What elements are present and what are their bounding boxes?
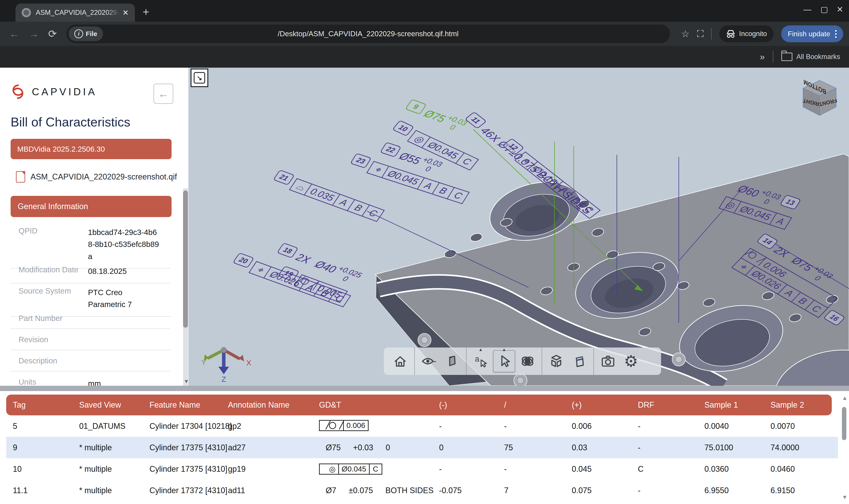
scroll-up-arrow-icon[interactable]: ▲ (842, 395, 848, 401)
fullscreen-button[interactable]: ↘ (191, 69, 208, 87)
tab-title: ASM_CAPVIDIA_2202029-scree (36, 8, 120, 17)
eye-icon (421, 354, 437, 368)
bookmarks-bar: » All Bookmarks (0, 46, 849, 68)
resize-arrow-icon: ↘ (194, 72, 205, 84)
table-row-selected[interactable]: 9 * multiple Cylinder 17375 [4310] ad27 … (6, 437, 838, 459)
view-cube[interactable]: BOTTOM RIGHT FRONT (799, 78, 841, 120)
general-information-header[interactable]: General Information (11, 196, 171, 217)
incognito-icon (726, 30, 736, 38)
cad-model-scene (188, 68, 849, 386)
orbit-button[interactable] (517, 350, 538, 372)
brand-name: CAPVIDIA (32, 86, 97, 98)
col-header-saved-view[interactable]: Saved View (73, 400, 143, 410)
svg-text:a: a (475, 354, 480, 363)
table-scrollbar-thumb[interactable] (842, 407, 846, 440)
bookmark-star-icon[interactable]: ☆ (681, 29, 690, 39)
finish-update-label: Finish update (788, 30, 830, 38)
select-cursor-button[interactable]: ▲ (493, 350, 515, 372)
capvidia-logo-icon (10, 82, 26, 101)
reload-button-icon[interactable]: ⟳ (48, 28, 57, 40)
version-badge: MBDVidia 2025.2.2506.30 (11, 139, 171, 159)
table-row[interactable]: 11.1 * multiple Cylinder 17372 [4310] ad… (6, 480, 838, 501)
forward-button-icon[interactable]: → (29, 28, 39, 40)
browser-toolbar: ← → ⟳ i File /Desktop/ASM_CAPVIDIA_22020… (0, 22, 849, 46)
col-header-feature-name[interactable]: Feature Name (143, 400, 221, 410)
bookmarks-overflow-chevron[interactable]: » (760, 52, 765, 62)
col-header-minus[interactable]: (-) (432, 400, 498, 410)
viewer-toolbar: ▲ a ▲ (384, 347, 661, 375)
sidebar-collapse-button[interactable]: ← (153, 84, 173, 104)
axis-y-label: Y (201, 358, 206, 366)
side-panel-icon[interactable]: ⛶ (697, 29, 704, 39)
incognito-label: Incognito (739, 30, 767, 38)
sidebar-scrollbar[interactable]: ▼ (183, 188, 188, 386)
section-box-icon (572, 354, 586, 368)
back-button-icon[interactable]: ← (9, 28, 19, 40)
col-header-tag[interactable]: Tag (6, 400, 73, 410)
exploded-box-icon (549, 354, 563, 368)
tab-favicon-globe-icon (22, 8, 31, 17)
gear-icon: ⚙ (624, 353, 638, 369)
field-label: Revision (11, 329, 88, 350)
info-row-modification-date: Modification Date 08.18.2025 (11, 259, 171, 283)
dropdown-caret-icon: ▲ (478, 347, 483, 352)
address-bar[interactable]: i File /Desktop/ASM_CAPVIDIA_2202029-scr… (66, 24, 670, 43)
info-row-revision: Revision (11, 329, 171, 350)
axis-triad: Y X Z (195, 341, 252, 383)
dropdown-caret-icon: ▲ (502, 347, 506, 352)
qif-file-link[interactable]: ASM_CAPVIDIA_2202029-screenshot.qif (16, 171, 177, 183)
col-header-sample2[interactable]: Sample 2 (764, 400, 827, 410)
all-bookmarks-label: All Bookmarks (796, 53, 840, 61)
settings-button[interactable]: ⚙ (620, 350, 642, 372)
sidebar: CAPVIDIA ← Bill of Characteristics MBDVi… (0, 68, 188, 386)
home-icon (393, 354, 407, 368)
section-view-button[interactable] (568, 350, 590, 372)
window-close-button[interactable]: ✕ (837, 5, 843, 14)
col-header-drf[interactable]: DRF (631, 400, 698, 410)
table-vertical-scrollbar[interactable]: ▲ ▼ (841, 395, 848, 501)
scroll-down-arrow-icon[interactable]: ▼ (842, 494, 848, 501)
home-view-button[interactable] (390, 350, 411, 372)
exploded-view-button[interactable] (546, 350, 567, 372)
back-arrow-icon: ← (158, 88, 169, 100)
table-row[interactable]: 5 01_DATUMS Cylinder 17304 [10218] gp2 0… (6, 415, 838, 437)
cylindricity-icon (326, 421, 344, 430)
camera-icon (600, 354, 615, 368)
field-label: Part Number (11, 308, 88, 328)
tab-close-icon[interactable]: ✕ (123, 9, 129, 16)
screenshot-button[interactable] (597, 350, 619, 372)
field-value: 08.18.2025 (88, 259, 171, 283)
file-scheme-chip[interactable]: i File (69, 26, 103, 41)
document-icon (16, 171, 25, 183)
browser-menu-kebab-icon[interactable] (835, 30, 837, 38)
render-mode-button[interactable] (441, 350, 463, 372)
characteristics-table: Tag Saved View Feature Name Annotation N… (0, 386, 849, 504)
finish-update-button[interactable]: Finish update (781, 25, 843, 42)
info-icon: i (74, 30, 83, 38)
3d-viewport[interactable]: ↘ 9 Ø75 +0.030 10 ◎Ø0.045C 22 Ø55 +0.030… (188, 68, 849, 386)
sidebar-scrollbar-thumb[interactable] (183, 191, 188, 328)
visibility-button[interactable] (418, 350, 439, 372)
select-annotation-button[interactable]: ▲ a (470, 350, 491, 372)
col-header-gdt[interactable]: GD&T (312, 400, 432, 410)
new-tab-button[interactable]: + (143, 6, 149, 18)
table-horizontal-scrollbar[interactable] (0, 386, 849, 391)
col-header-slash[interactable]: / (498, 400, 565, 410)
qif-file-name: ASM_CAPVIDIA_2202029-screenshot.qif (31, 172, 177, 181)
bookmarks-divider (773, 51, 773, 62)
field-label: Modification Date (11, 259, 88, 283)
window-minimize-button[interactable]: — (803, 5, 811, 14)
browser-tab[interactable]: ASM_CAPVIDIA_2202029-scree ✕ (16, 3, 135, 22)
select-cursor-icon (497, 354, 511, 368)
incognito-badge: Incognito (719, 25, 774, 42)
field-value (88, 350, 171, 371)
table-row[interactable]: 10 * multiple Cylinder 17375 [4310] gp19… (6, 458, 838, 480)
table-header-row: Tag Saved View Feature Name Annotation N… (6, 395, 832, 415)
window-maximize-button[interactable]: ▢ (820, 5, 828, 14)
all-bookmarks-button[interactable]: All Bookmarks (781, 53, 840, 61)
col-header-plus[interactable]: (+) (565, 400, 631, 410)
col-header-annotation-name[interactable]: Annotation Name (221, 400, 312, 410)
folder-icon (781, 53, 792, 61)
toolbar-divider (711, 28, 712, 40)
col-header-sample1[interactable]: Sample 1 (698, 400, 764, 410)
